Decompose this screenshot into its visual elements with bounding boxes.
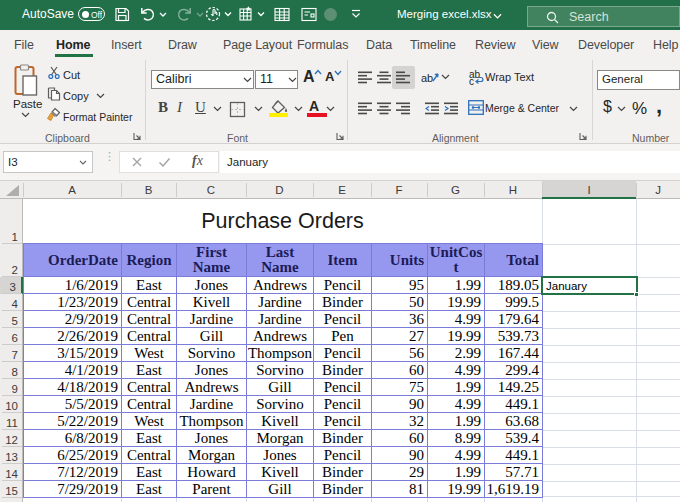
svg-text:c: c <box>469 76 474 85</box>
svg-text:ab: ab <box>421 72 433 84</box>
